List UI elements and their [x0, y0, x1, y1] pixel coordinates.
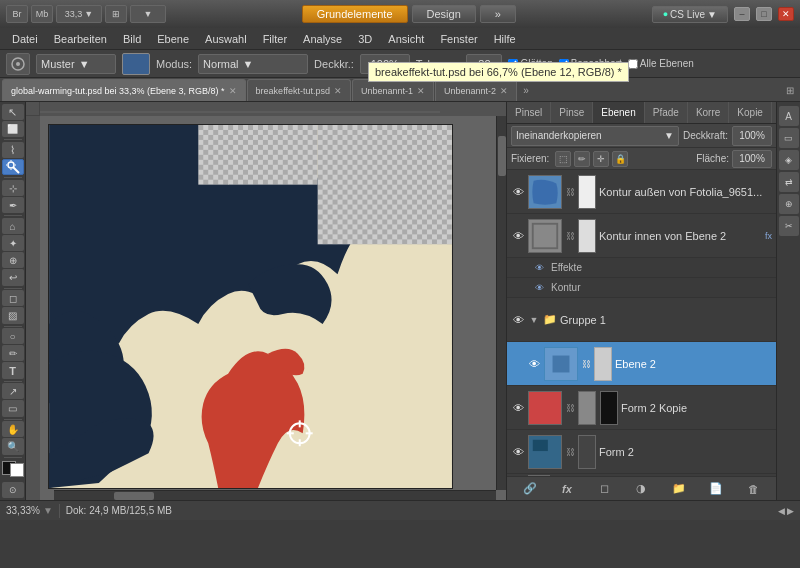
- ebenen-tab[interactable]: Ebenen: [593, 102, 644, 123]
- rt-btn-5[interactable]: ⊕: [779, 194, 799, 214]
- scrollbar-thumb-v[interactable]: [498, 136, 506, 176]
- rt-btn-1[interactable]: A: [779, 106, 799, 126]
- delete-layer-btn[interactable]: 🗑: [743, 480, 763, 498]
- grundelemente-btn[interactable]: Grundelemente: [302, 5, 408, 23]
- vertical-scrollbar[interactable]: [496, 116, 506, 490]
- kopie-tab[interactable]: Kopie: [729, 102, 772, 123]
- visibility-eye-5[interactable]: 👁: [511, 401, 525, 415]
- design-btn[interactable]: Design: [412, 5, 476, 23]
- adjustment-btn[interactable]: ◑: [631, 480, 651, 498]
- fill-value[interactable]: 100%: [732, 150, 772, 168]
- add-mask-btn[interactable]: ◻: [594, 480, 614, 498]
- preset-dropdown[interactable]: Muster ▼: [36, 54, 116, 74]
- tolerance-input[interactable]: 32: [466, 54, 502, 74]
- lock-position-btn[interactable]: ✛: [593, 151, 609, 167]
- rt-btn-3[interactable]: ◈: [779, 150, 799, 170]
- tab-close-4[interactable]: ✕: [500, 86, 508, 96]
- rt-btn-6[interactable]: ✂: [779, 216, 799, 236]
- minimize-btn[interactable]: –: [734, 7, 750, 21]
- quick-mask-btn[interactable]: ⊙: [2, 482, 24, 498]
- healing-tool[interactable]: ⌂: [2, 218, 24, 234]
- menu-auswahl[interactable]: Auswahl: [197, 31, 255, 47]
- pfade-tab[interactable]: Pfade: [645, 102, 688, 123]
- shape-tool[interactable]: ▭: [2, 400, 24, 416]
- menu-filter[interactable]: Filter: [255, 31, 295, 47]
- layer-item-form2kopie[interactable]: 👁 ⛓ Form 2 Kopie: [507, 386, 776, 430]
- all-layers-check[interactable]: Alle Ebenen: [628, 58, 694, 69]
- eraser-tool[interactable]: ◻: [2, 290, 24, 306]
- new-layer-btn[interactable]: 📄: [706, 480, 726, 498]
- dodge-tool[interactable]: ○: [2, 328, 24, 344]
- horizontal-scrollbar[interactable]: [54, 490, 496, 500]
- rt-btn-4[interactable]: ⇄: [779, 172, 799, 192]
- bridge-icon[interactable]: Br: [6, 5, 28, 23]
- path-select-tool[interactable]: ↗: [2, 383, 24, 399]
- mode-dropdown[interactable]: Normal ▼: [198, 54, 308, 74]
- tab-close-2[interactable]: ✕: [334, 86, 342, 96]
- group-expand-btn[interactable]: ▼: [528, 314, 540, 326]
- menu-3d[interactable]: 3D: [350, 31, 380, 47]
- visibility-eye-1[interactable]: 👁: [511, 185, 525, 199]
- view-icon[interactable]: ⊞: [105, 5, 127, 23]
- layer-item-gruppe1[interactable]: 👁 ▼ 📁 Gruppe 1: [507, 298, 776, 342]
- tab-unbenannt2[interactable]: Unbenannt-2 ✕: [435, 79, 517, 101]
- lock-all-btn[interactable]: 🔒: [612, 151, 628, 167]
- maximize-btn[interactable]: □: [756, 7, 772, 21]
- menu-ebene[interactable]: Ebene: [149, 31, 197, 47]
- tab-close-1[interactable]: ✕: [229, 86, 237, 96]
- background-color[interactable]: [10, 463, 24, 477]
- layer-item-kontur-aussen[interactable]: 👁 ⛓ Kontur außen von Fotolia_9651...: [507, 170, 776, 214]
- clone-tool[interactable]: ⊕: [2, 252, 24, 268]
- tab-close-3[interactable]: ✕: [417, 86, 425, 96]
- pinse-tab[interactable]: Pinse: [551, 102, 593, 123]
- layer-item-kontur-innen[interactable]: 👁 ⛓ Kontur innen von Ebene 2 fx: [507, 214, 776, 258]
- layer-item-ebene2[interactable]: 👁 ⛓ Ebene 2: [507, 342, 776, 386]
- pen-tool[interactable]: ✏: [2, 345, 24, 361]
- visibility-eye-4[interactable]: 👁: [527, 357, 541, 371]
- color-swatch[interactable]: [122, 53, 150, 75]
- blend-mode-dropdown[interactable]: Ineinanderkopieren ▼: [511, 126, 679, 146]
- gradient-tool[interactable]: ▨: [2, 307, 24, 323]
- menu-bild[interactable]: Bild: [115, 31, 149, 47]
- mb-icon[interactable]: Mb: [31, 5, 53, 23]
- move-tool[interactable]: ↖: [2, 104, 24, 120]
- visibility-eye-2[interactable]: 👁: [511, 229, 525, 243]
- eyedropper-tool[interactable]: ✒: [2, 197, 24, 213]
- rt-btn-2[interactable]: ▭: [779, 128, 799, 148]
- tab-unbenannt1[interactable]: Unbenannt-1 ✕: [352, 79, 434, 101]
- menu-bearbeiten[interactable]: Bearbeiten: [46, 31, 115, 47]
- korre-tab[interactable]: Korre: [688, 102, 729, 123]
- more-workspaces-btn[interactable]: »: [480, 5, 516, 23]
- history-tool[interactable]: ↩: [2, 269, 24, 285]
- scrollbar-thumb-h[interactable]: [114, 492, 154, 500]
- menu-fenster[interactable]: Fenster: [432, 31, 485, 47]
- zoom-dropdown[interactable]: 33,3 ▼: [56, 5, 102, 23]
- arrange-dropdown[interactable]: ▼: [130, 5, 166, 23]
- contiguous-check[interactable]: Benachbart: [559, 58, 622, 69]
- close-btn[interactable]: ✕: [778, 7, 794, 21]
- smooth-check[interactable]: Glätten: [508, 58, 552, 69]
- menu-hilfe[interactable]: Hilfe: [486, 31, 524, 47]
- scroll-right-btn[interactable]: ▶: [787, 506, 794, 516]
- marquee-tool[interactable]: ⬜: [2, 121, 24, 137]
- canvas-area[interactable]: [40, 116, 506, 500]
- zoom-tool[interactable]: 🔍: [2, 438, 24, 454]
- magic-wand-tool[interactable]: [2, 159, 24, 175]
- opacity-input[interactable]: 100%: [360, 54, 410, 74]
- menu-ansicht[interactable]: Ansicht: [380, 31, 432, 47]
- link-layers-btn[interactable]: 🔗: [520, 480, 540, 498]
- scroll-left-btn[interactable]: ◀: [778, 506, 785, 516]
- opacity-value[interactable]: 100%: [732, 126, 772, 146]
- crop-tool[interactable]: ⊹: [2, 180, 24, 196]
- tab-more-arrow[interactable]: »: [518, 79, 534, 101]
- brush-tool[interactable]: ✦: [2, 235, 24, 251]
- tab-float-arrow[interactable]: ⊞: [782, 79, 798, 101]
- menu-analyse[interactable]: Analyse: [295, 31, 350, 47]
- cs-live-btn[interactable]: ● CS Live ▼: [652, 6, 728, 23]
- new-group-btn[interactable]: 📁: [669, 480, 689, 498]
- layer-effects-btn[interactable]: fx: [557, 480, 577, 498]
- lock-pixels-btn[interactable]: ✏: [574, 151, 590, 167]
- visibility-eye-3[interactable]: 👁: [511, 313, 525, 327]
- layer-item-form2[interactable]: 👁 ⛓ Form 2: [507, 430, 776, 474]
- hand-tool[interactable]: ✋: [2, 421, 24, 437]
